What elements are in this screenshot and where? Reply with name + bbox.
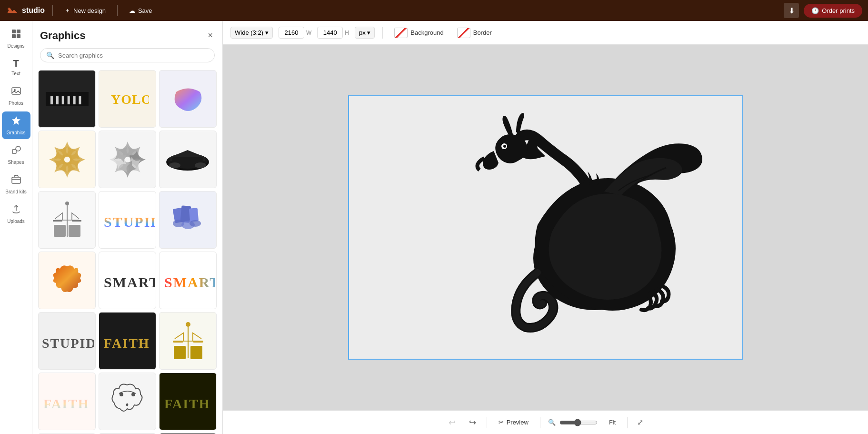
separator3 — [627, 417, 628, 428]
height-unit-label: H — [345, 30, 349, 36]
photos-label: Photos — [9, 101, 23, 106]
svg-rect-44 — [174, 346, 186, 359]
save-label: Save — [138, 7, 152, 14]
svg-text:FAITH: FAITH — [164, 396, 210, 411]
height-input-group: H — [317, 27, 349, 39]
sidebar-item-photos[interactable]: Photos — [2, 82, 30, 110]
svg-point-20 — [195, 162, 206, 168]
new-design-button[interactable]: ＋ New design — [60, 4, 110, 17]
svg-rect-10 — [12, 177, 20, 183]
unit-selector[interactable]: px ▾ — [355, 27, 375, 39]
unit-chevron-icon: ▾ — [367, 29, 370, 36]
canvas-area: Wide (3:2) ▾ W H px ▾ Background — [223, 21, 868, 434]
brand-icon — [11, 174, 21, 187]
background-label: Background — [410, 29, 443, 36]
separator — [382, 27, 383, 39]
shapes-icon — [11, 145, 21, 158]
panel-title: Graphics — [40, 30, 85, 42]
preview-label: Preview — [507, 419, 529, 426]
photos-icon — [11, 86, 21, 99]
svg-point-0 — [8, 8, 10, 10]
grid-item[interactable]: YOLO — [99, 70, 156, 128]
grid-item[interactable] — [159, 191, 217, 249]
grid-row: FAITH FAITH — [38, 373, 217, 430]
search-container: 🔍 — [32, 46, 222, 68]
svg-point-19 — [169, 162, 180, 168]
sidebar-item-brand[interactable]: Brand kits — [2, 171, 30, 198]
preview-button[interactable]: ✂ Preview — [495, 417, 532, 428]
svg-marker-7 — [12, 116, 20, 125]
grid-item[interactable]: SMART — [159, 252, 217, 309]
grid-item[interactable] — [38, 252, 96, 309]
zoom-slider[interactable] — [559, 419, 598, 426]
grid-item[interactable]: STUPID — [38, 312, 96, 370]
expand-button[interactable]: ⤢ — [635, 416, 645, 429]
svg-point-41 — [186, 322, 190, 327]
clock-icon: 🕐 — [811, 7, 819, 14]
svg-rect-2 — [17, 30, 20, 33]
logo-icon — [6, 5, 19, 16]
uploads-icon — [11, 204, 21, 217]
search-icon: 🔍 — [46, 51, 54, 59]
grid-item[interactable] — [159, 312, 217, 370]
svg-rect-8 — [12, 150, 16, 153]
shapes-label: Shapes — [8, 160, 24, 165]
sidebar-item-text[interactable]: T Text — [2, 54, 30, 80]
grid-row: STUPID FAITH — [38, 312, 217, 370]
topbar: studio ＋ New design ☁ Save ⬇ 🕐 Order pri… — [0, 0, 868, 21]
save-button[interactable]: ☁ Save — [125, 5, 156, 16]
zoom-in-icon: 🔍 — [548, 419, 556, 426]
sidebar-item-shapes[interactable]: Shapes — [2, 141, 30, 169]
unit-label: px — [359, 29, 366, 36]
grid-item[interactable] — [159, 70, 217, 128]
svg-rect-27 — [69, 225, 80, 237]
height-input[interactable] — [317, 27, 343, 39]
redo-button[interactable]: ↪ — [466, 414, 479, 431]
grid-item[interactable] — [99, 131, 156, 188]
scissors-icon: ✂ — [499, 419, 504, 426]
grid-item[interactable] — [99, 373, 156, 430]
svg-point-9 — [16, 146, 20, 151]
search-input[interactable] — [58, 52, 209, 59]
bottom-toolbar: ↩ ↪ ✂ Preview 🔍 Fit ⤢ — [223, 410, 868, 434]
canvas-viewport[interactable] — [223, 45, 868, 410]
grid-item[interactable] — [159, 131, 217, 188]
svg-rect-43 — [193, 341, 203, 343]
border-button[interactable]: Border — [453, 26, 496, 40]
grid-item[interactable]: STUPID — [99, 191, 156, 249]
svg-text:YOLO: YOLO — [111, 92, 149, 107]
grid-item[interactable]: ▐▐▐▐▐▐ — [38, 70, 96, 128]
dragon-graphic[interactable] — [442, 106, 728, 344]
designs-label: Designs — [7, 43, 24, 49]
grid-row: ▐▐▐▐▐▐ YOLO — [38, 70, 217, 128]
grid-item[interactable]: FAITH — [99, 312, 156, 370]
grid-item[interactable] — [38, 191, 96, 249]
width-input[interactable] — [279, 27, 304, 39]
download-button[interactable]: ⬇ — [784, 3, 799, 18]
grid-item[interactable]: FAITH — [38, 373, 96, 430]
graphics-label: Graphics — [6, 130, 25, 135]
grid-item[interactable]: SMART — [99, 252, 156, 309]
border-color-swatch — [457, 28, 470, 38]
sidebar-item-designs[interactable]: Designs — [2, 25, 30, 52]
svg-rect-1 — [12, 30, 16, 33]
close-panel-button[interactable]: × — [206, 29, 215, 42]
canvas-board — [348, 95, 743, 360]
order-prints-button[interactable]: 🕐 Order prints — [804, 4, 862, 18]
sidebar-item-uploads[interactable]: Uploads — [2, 200, 30, 228]
svg-point-47 — [120, 393, 123, 396]
new-design-label: New design — [73, 7, 106, 14]
background-button[interactable]: Background — [390, 26, 447, 40]
size-selector[interactable]: Wide (3:2) ▾ — [230, 27, 273, 39]
sidebar-item-graphics[interactable]: Graphics — [2, 111, 30, 139]
graphics-icon — [11, 115, 21, 128]
grid-item[interactable]: FAITH — [159, 373, 217, 430]
grid-item[interactable] — [38, 131, 96, 188]
grid-row: STUPID — [38, 191, 217, 249]
svg-point-23 — [65, 202, 69, 205]
zoom-control: 🔍 — [548, 419, 598, 426]
chevron-down-icon: ▾ — [265, 29, 269, 36]
download-icon: ⬇ — [788, 6, 795, 15]
fit-button[interactable]: Fit — [605, 417, 619, 428]
undo-button[interactable]: ↩ — [446, 414, 459, 431]
